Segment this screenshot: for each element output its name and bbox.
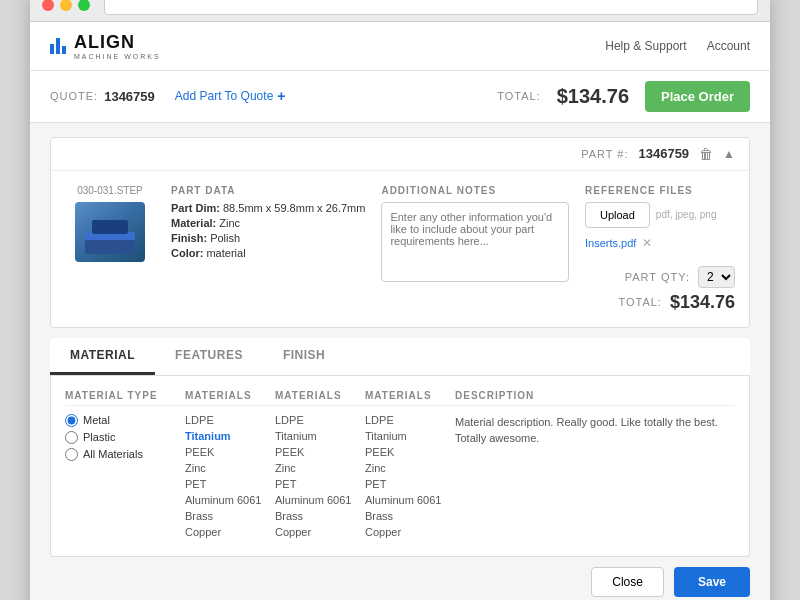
mat-zinc-1[interactable]: Zinc <box>185 462 275 474</box>
collapse-icon[interactable]: ▲ <box>723 147 735 161</box>
upload-button[interactable]: Upload <box>585 202 650 228</box>
materials-col-3: MATERIALS LDPE Titanium PEEK Zinc PET Al… <box>365 390 455 542</box>
mat-brass-3[interactable]: Brass <box>365 510 455 522</box>
part-finish-label: Finish: <box>171 232 207 244</box>
part-dim-value: 88.5mm x 59.8mm x 26.7mm <box>223 202 365 214</box>
nav-account[interactable]: Account <box>707 39 750 53</box>
logo-icon <box>50 38 66 54</box>
address-bar[interactable] <box>104 0 758 15</box>
total-amount: $134.76 <box>557 85 629 108</box>
part-material: Material: Zinc <box>171 217 365 229</box>
mat-pet-3[interactable]: PET <box>365 478 455 490</box>
tab-features[interactable]: FEATURES <box>155 338 263 375</box>
nav-help[interactable]: Help & Support <box>605 39 686 53</box>
mat-ldpe-3[interactable]: LDPE <box>365 414 455 426</box>
footer-buttons: Close Save <box>50 557 750 597</box>
save-button[interactable]: Save <box>674 567 750 597</box>
quote-number: 1346759 <box>104 89 155 104</box>
part-qty-row: PART QTY: 2 1 3 4 5 <box>585 266 735 288</box>
mat-peek-1[interactable]: PEEK <box>185 446 275 458</box>
tab-finish[interactable]: FINISH <box>263 338 345 375</box>
remove-file-icon[interactable]: ✕ <box>642 236 652 250</box>
material-grid: MATERIAL TYPE Metal Plastic All Material… <box>65 390 735 542</box>
mat-ldpe-1[interactable]: LDPE <box>185 414 275 426</box>
ref-file-row: Inserts.pdf ✕ <box>585 236 735 250</box>
material-description: Material description. Really good. Like … <box>455 414 735 447</box>
description-header: DESCRIPTION <box>455 390 735 406</box>
type-all[interactable]: All Materials <box>65 448 185 461</box>
mat-titanium-3[interactable]: Titanium <box>365 430 455 442</box>
delete-part-icon[interactable]: 🗑 <box>699 146 713 162</box>
qty-total-section: PART QTY: 2 1 3 4 5 TOTAL: $134.76 <box>585 256 735 313</box>
minimize-button[interactable] <box>60 0 72 11</box>
mat-brass-1[interactable]: Brass <box>185 510 275 522</box>
upload-row: Upload pdf, jpeg, png <box>585 202 735 228</box>
material-type-header: MATERIAL TYPE <box>65 390 185 406</box>
main-content: PART #: 1346759 🗑 ▲ 030-031.STEP <box>30 123 770 601</box>
materials-col-1: MATERIALS LDPE Titanium PEEK Zinc PET Al… <box>185 390 275 542</box>
ref-file-link[interactable]: Inserts.pdf <box>585 237 636 249</box>
mat-titanium-2[interactable]: Titanium <box>275 430 365 442</box>
tabs: MATERIAL FEATURES FINISH <box>50 338 750 376</box>
part-card: PART #: 1346759 🗑 ▲ 030-031.STEP <box>50 137 750 328</box>
type-plastic[interactable]: Plastic <box>65 431 185 444</box>
notes-input[interactable] <box>381 202 569 282</box>
materials-col2-header: MATERIALS <box>275 390 365 406</box>
quote-label: QUOTE: <box>50 90 98 102</box>
qty-select[interactable]: 2 1 3 4 5 <box>698 266 735 288</box>
mat-ldpe-2[interactable]: LDPE <box>275 414 365 426</box>
logo-subtitle: MACHINE WORKS <box>74 53 161 60</box>
part-color: Color: material <box>171 247 365 259</box>
logo-title: ALIGN <box>74 32 161 53</box>
mat-al-1[interactable]: Aluminum 6061 <box>185 494 275 506</box>
mat-brass-2[interactable]: Brass <box>275 510 365 522</box>
quote-total-section: TOTAL: $134.76 Place Order <box>497 81 750 112</box>
mat-al-3[interactable]: Aluminum 6061 <box>365 494 455 506</box>
part-total-label: TOTAL: <box>618 296 662 308</box>
mat-titanium-1[interactable]: Titanium <box>185 430 275 442</box>
part-num-label: PART #: <box>581 148 628 160</box>
part-filename: 030-031.STEP <box>77 185 143 196</box>
reference-files-section: REFERENCE FILES Upload pdf, jpeg, png In… <box>585 185 735 256</box>
right-section: REFERENCE FILES Upload pdf, jpeg, png In… <box>585 185 735 313</box>
notes-title: ADDITIONAL NOTES <box>381 185 569 196</box>
type-metal-label: Metal <box>83 414 110 426</box>
part-total-value: $134.76 <box>670 292 735 313</box>
add-part-button[interactable]: Add Part To Quote + <box>175 88 286 104</box>
maximize-button[interactable] <box>78 0 90 11</box>
additional-notes-section: ADDITIONAL NOTES <box>381 185 569 313</box>
mat-al-2[interactable]: Aluminum 6061 <box>275 494 365 506</box>
description-col: DESCRIPTION Material description. Really… <box>455 390 735 542</box>
mat-copper-2[interactable]: Copper <box>275 526 365 538</box>
total-label: TOTAL: <box>497 90 541 102</box>
logo: ALIGN MACHINE WORKS <box>50 32 161 60</box>
type-metal[interactable]: Metal <box>65 414 185 427</box>
materials-col3-header: MATERIALS <box>365 390 455 406</box>
mat-zinc-3[interactable]: Zinc <box>365 462 455 474</box>
file-types: pdf, jpeg, png <box>656 209 717 220</box>
titlebar <box>30 0 770 22</box>
part-image-section: 030-031.STEP <box>65 185 155 313</box>
part-data-title: PART DATA <box>171 185 365 196</box>
part-color-value: material <box>206 247 245 259</box>
materials-col1-header: MATERIALS <box>185 390 275 406</box>
mat-peek-2[interactable]: PEEK <box>275 446 365 458</box>
part-dim-label: Part Dim: <box>171 202 220 214</box>
part-material-label: Material: <box>171 217 216 229</box>
type-all-label: All Materials <box>83 448 143 460</box>
close-button[interactable]: Close <box>591 567 664 597</box>
mat-pet-2[interactable]: PET <box>275 478 365 490</box>
mat-zinc-2[interactable]: Zinc <box>275 462 365 474</box>
mat-pet-1[interactable]: PET <box>185 478 275 490</box>
part-total-row: TOTAL: $134.76 <box>585 292 735 313</box>
place-order-button[interactable]: Place Order <box>645 81 750 112</box>
mat-peek-3[interactable]: PEEK <box>365 446 455 458</box>
tab-material[interactable]: MATERIAL <box>50 338 155 375</box>
part-thumbnail <box>75 202 145 262</box>
mat-copper-1[interactable]: Copper <box>185 526 275 538</box>
mat-copper-3[interactable]: Copper <box>365 526 455 538</box>
part-dim: Part Dim: 88.5mm x 59.8mm x 26.7mm <box>171 202 365 214</box>
part-body: 030-031.STEP PART DATA Part Dim: 88.5mm … <box>51 171 749 327</box>
quote-bar: QUOTE: 1346759 Add Part To Quote + TOTAL… <box>30 71 770 123</box>
close-button[interactable] <box>42 0 54 11</box>
